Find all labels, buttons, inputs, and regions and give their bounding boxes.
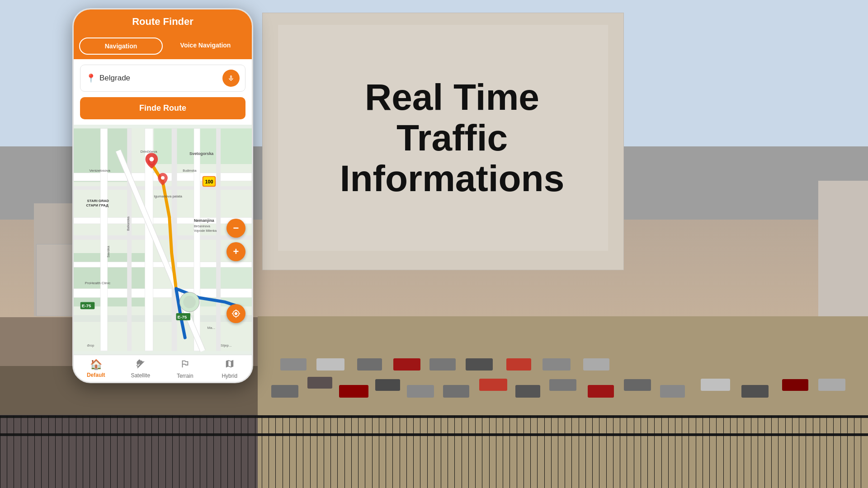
car-r2-9 (583, 358, 609, 371)
svg-text:đrop: đrop (87, 343, 94, 347)
search-section: 📍 Belgrade (74, 59, 252, 97)
car-8 (515, 385, 540, 398)
svg-text:100: 100 (205, 179, 213, 184)
car-4 (375, 379, 400, 391)
svg-text:Vojvode Milenka: Vojvode Milenka (194, 229, 217, 233)
car-3 (339, 385, 368, 398)
car-14 (741, 385, 769, 398)
nav-label-hybrid: Hybrid (222, 373, 237, 379)
find-route-button[interactable]: Finde Route (80, 97, 245, 119)
svg-text:Ma...: Ma... (208, 326, 216, 330)
svg-text:СТАРИ ГРАД: СТАРИ ГРАД (86, 203, 109, 207)
zoom-in-button[interactable]: + (226, 242, 245, 261)
svg-text:Balkanska: Balkanska (127, 216, 130, 231)
search-input[interactable]: Belgrade (99, 74, 219, 83)
svg-point-25 (149, 157, 154, 161)
car-9 (549, 379, 576, 391)
svg-text:Birčaninova: Birčaninova (194, 225, 210, 228)
car-5 (407, 385, 434, 398)
mic-button[interactable] (222, 70, 240, 87)
svg-text:Drinčićeva: Drinčićeva (141, 150, 157, 154)
car-11 (624, 379, 651, 391)
svg-text:Svetogorska: Svetogorska (189, 151, 213, 156)
my-location-button[interactable] (226, 304, 245, 323)
svg-rect-17 (216, 128, 221, 351)
satellite-nav-icon (136, 359, 146, 371)
location-pin-icon: 📍 (86, 73, 96, 83)
nav-label-terrain: Terrain (177, 373, 193, 379)
car-r2-7 (506, 358, 531, 371)
nav-label-satellite: Satellite (131, 372, 150, 379)
svg-text:Venizelosova: Venizelosova (89, 169, 110, 173)
building-right (818, 181, 868, 339)
map-svg: Venizelosova Budimska Drinčićeva Svetogo… (74, 125, 252, 355)
location-icon (231, 309, 241, 318)
terrain-nav-icon (180, 359, 190, 371)
svg-rect-12 (100, 128, 108, 351)
headline-container: Real Time Traffic Informations (280, 77, 624, 199)
nav-item-default[interactable]: 🏠 Default (74, 359, 118, 379)
find-route-section: Finde Route (74, 97, 252, 125)
svg-text:Igumanova palata: Igumanova palata (154, 194, 182, 198)
car-12 (660, 385, 685, 398)
tab-voice-navigation[interactable]: Voice Navigation (165, 38, 246, 55)
svg-point-22 (183, 296, 196, 309)
svg-rect-2 (154, 128, 252, 164)
building-left-detail (36, 244, 77, 316)
car-r2-3 (357, 358, 382, 371)
svg-text:Budimska: Budimska (183, 169, 196, 172)
svg-point-26 (161, 176, 165, 180)
car-7 (479, 379, 507, 391)
headline-line2: Traffic Informations (280, 117, 624, 199)
tab-bar: Navigation Voice Navigation (74, 34, 252, 59)
default-nav-icon: 🏠 (90, 359, 102, 371)
svg-text:STARI GRAD: STARI GRAD (87, 199, 109, 203)
car-r2-5 (429, 358, 456, 371)
nav-item-terrain[interactable]: Terrain (163, 359, 208, 379)
bottom-nav: 🏠 Default Satellite Terrain Hybrid (74, 355, 252, 382)
svg-rect-13 (127, 128, 132, 351)
svg-text:E-75: E-75 (82, 303, 91, 308)
car-r2-4 (393, 358, 420, 371)
car-r2-6 (466, 358, 493, 371)
car-r2-8 (542, 358, 571, 371)
svg-text:Stjep...: Stjep... (221, 343, 232, 347)
svg-text:Savska: Savska (106, 245, 110, 257)
map-area[interactable]: Venizelosova Budimska Drinčićeva Svetogo… (74, 125, 252, 355)
fence (0, 416, 868, 488)
svg-rect-3 (74, 253, 145, 306)
car-1 (271, 385, 298, 398)
nav-label-default: Default (87, 372, 105, 378)
svg-text:E-75: E-75 (178, 314, 187, 319)
car-r2-1 (280, 358, 307, 371)
app-header: Route Finder (74, 9, 252, 34)
hybrid-nav-icon (225, 359, 235, 371)
headline-line1: Real Time (280, 77, 624, 117)
app-title: Route Finder (83, 16, 243, 28)
tab-navigation[interactable]: Navigation (79, 38, 163, 55)
map-controls: − + (226, 219, 245, 261)
svg-rect-16 (194, 128, 200, 351)
nav-item-satellite[interactable]: Satellite (118, 359, 163, 379)
car-10 (588, 385, 614, 398)
phone-mockup: Route Finder Navigation Voice Navigation… (72, 8, 253, 383)
nav-item-hybrid[interactable]: Hybrid (208, 359, 252, 379)
car-6 (443, 385, 469, 398)
svg-text:ProHealth Clinic: ProHealth Clinic (85, 281, 111, 285)
car-r2-2 (316, 358, 344, 371)
car-13 (701, 379, 730, 391)
car-2 (307, 377, 332, 389)
zoom-out-button[interactable]: − (226, 219, 245, 238)
car-16 (818, 379, 845, 391)
car-15 (782, 379, 808, 391)
mic-icon (227, 75, 235, 82)
svg-text:Nemanjina: Nemanjina (194, 218, 214, 223)
search-box: 📍 Belgrade (80, 65, 245, 92)
